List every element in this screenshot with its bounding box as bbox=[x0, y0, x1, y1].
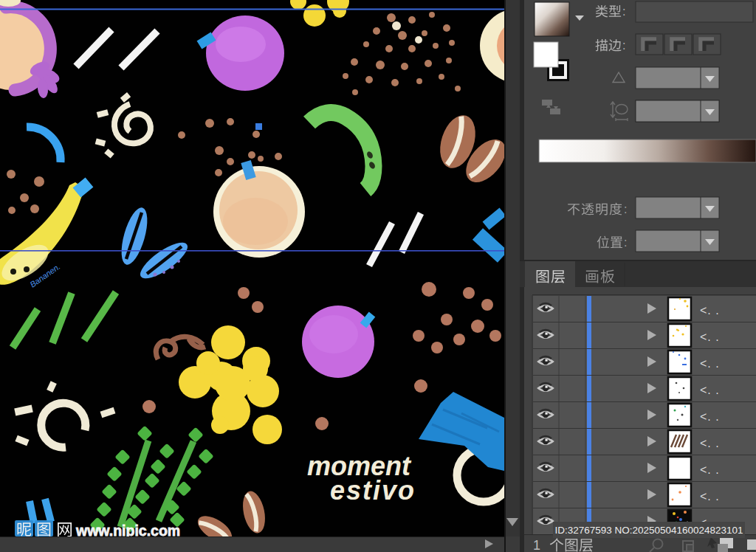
svg-text::: : bbox=[624, 203, 627, 215]
svg-text::: : bbox=[624, 236, 627, 249]
svg-text:<. .: <. . bbox=[700, 384, 720, 396]
svg-text:<. .: <. . bbox=[700, 410, 720, 423]
svg-text:<. .: <. . bbox=[700, 331, 720, 343]
svg-text:www.nipic.com: www.nipic.com bbox=[75, 522, 180, 539]
svg-text:<. .: <. . bbox=[700, 437, 720, 449]
svg-text:1: 1 bbox=[533, 538, 540, 552]
svg-text:<. .: <. . bbox=[700, 304, 720, 317]
svg-text:ID:32767593 NO:202505041600248: ID:32767593 NO:20250504160024823101 bbox=[554, 525, 743, 536]
svg-text::: : bbox=[622, 39, 625, 52]
svg-text:<. .: <. . bbox=[700, 357, 720, 370]
svg-text::: : bbox=[622, 5, 625, 18]
svg-text:<. .: <. . bbox=[700, 463, 720, 476]
svg-text:estivo: estivo bbox=[330, 475, 416, 506]
svg-text:<. .: <. . bbox=[700, 490, 720, 503]
